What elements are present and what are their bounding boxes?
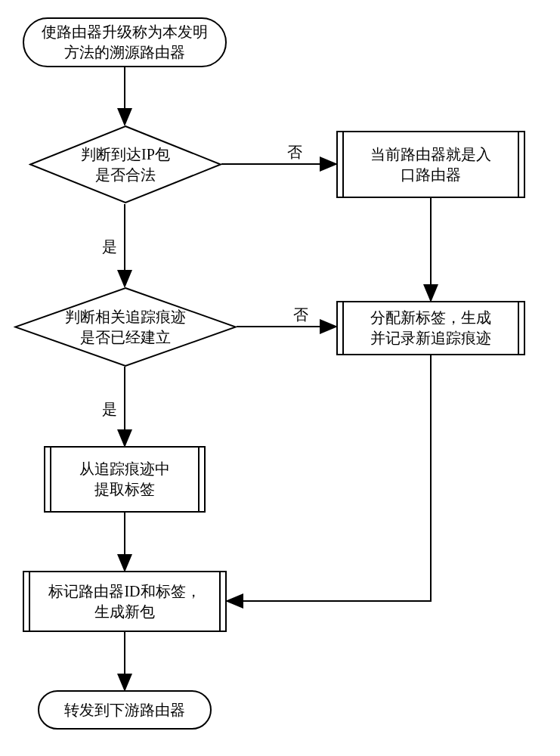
start-line2: 方法的溯源路由器	[42, 42, 208, 63]
d1-line2: 是否合法	[95, 165, 156, 185]
flow-arrows	[0, 0, 560, 756]
end-node: 转发到下游路由器	[38, 690, 212, 730]
process-extract-label: 从追踪痕迹中 提取标签	[44, 446, 206, 513]
process-new-label: 分配新标签，生成 并记录新追踪痕迹	[336, 301, 525, 355]
edge-label-d2-yes: 是	[102, 399, 117, 420]
p-mark-line2: 生成新包	[94, 602, 155, 622]
p-newlabel-line2: 并记录新追踪痕迹	[370, 328, 491, 349]
start-node: 使路由器升级称为本发明 方法的溯源路由器	[23, 17, 227, 67]
end-text: 转发到下游路由器	[64, 700, 185, 720]
d2-line1: 判断相关追踪痕迹	[65, 307, 186, 327]
p-entry-line2: 口路由器	[401, 165, 461, 185]
decision-ip-legal: 判断到达IP包 是否合法	[29, 125, 222, 204]
p-extract-line2: 提取标签	[94, 479, 155, 500]
edge-label-d1-no: 否	[287, 142, 302, 163]
edge-label-d1-yes: 是	[102, 237, 117, 257]
p-mark-line1: 标记路由器ID和标签，	[48, 581, 200, 602]
edge-label-d2-no: 否	[293, 305, 308, 325]
process-mark-router: 标记路由器ID和标签， 生成新包	[23, 571, 227, 632]
decision-trace-established: 判断相关追踪痕迹 是否已经建立	[14, 287, 237, 367]
p-entry-line1: 当前路由器就是入	[370, 144, 491, 165]
d1-line1: 判断到达IP包	[81, 144, 170, 165]
d2-line2: 是否已经建立	[80, 327, 171, 348]
p-extract-line1: 从追踪痕迹中	[79, 459, 170, 479]
p-newlabel-line1: 分配新标签，生成	[370, 308, 491, 328]
start-line1: 使路由器升级称为本发明	[42, 22, 208, 42]
process-entry-router: 当前路由器就是入 口路由器	[336, 131, 525, 198]
